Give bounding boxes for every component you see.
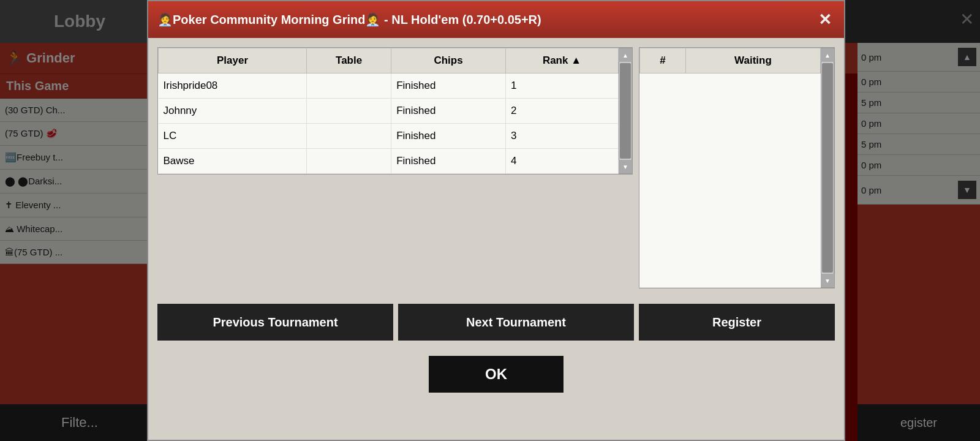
col-table: Table [307,48,391,74]
player-rank-2: 3 [505,124,618,149]
dialog-close-button[interactable]: ✕ [815,10,835,29]
scroll-down-btn[interactable]: ▼ [619,160,632,173]
player-chips-0: Finished [391,74,506,99]
player-chips-3: Finished [391,149,506,174]
previous-tournament-button[interactable]: Previous Tournament [157,304,393,341]
waiting-col-hash: # [640,48,686,74]
player-row-1: Johnny Finished 2 [159,99,619,124]
ok-button[interactable]: OK [429,356,564,393]
player-table: Player Table Chips Rank ▲ Irishpride08 F… [158,48,619,174]
dialog-titlebar: 🧑‍💼Poker Community Morning Grind🧑‍💼 - NL… [148,1,844,38]
col-rank: Rank ▲ [505,48,618,74]
player-row-0: Irishpride08 Finished 1 [159,74,619,99]
dialog-title: 🧑‍💼Poker Community Morning Grind🧑‍💼 - NL… [157,12,815,27]
scroll-up-btn[interactable]: ▲ [619,48,632,62]
dialog-content: Player Table Chips Rank ▲ Irishpride08 F… [148,38,844,298]
player-table-area: Player Table Chips Rank ▲ Irishpride08 F… [157,47,633,288]
player-name-3: Bawse [159,149,307,174]
waiting-empty-row [640,74,821,288]
player-row-3: Bawse Finished 4 [159,149,619,174]
player-chips-2: Finished [391,124,506,149]
player-table-3 [307,149,391,174]
ok-row: OK [148,347,844,402]
player-rank-0: 1 [505,74,618,99]
scroll-track [620,63,631,159]
waiting-empty-cell [640,74,821,288]
waiting-scroll-track [822,63,833,273]
player-rank-1: 2 [505,99,618,124]
register-tournament-button[interactable]: Register [639,304,835,341]
player-table-scrollbar[interactable]: ▲ ▼ [619,48,632,174]
buttons-row: Previous Tournament Next Tournament Regi… [148,298,844,347]
col-player: Player [159,48,307,74]
player-table-outer: Player Table Chips Rank ▲ Irishpride08 F… [157,47,633,175]
waiting-scroll-down-btn[interactable]: ▼ [821,274,834,287]
tournament-dialog: 🧑‍💼Poker Community Morning Grind🧑‍💼 - NL… [147,0,845,441]
waiting-table-scrollbar[interactable]: ▲ ▼ [821,48,834,288]
waiting-table: # Waiting [639,48,821,288]
waiting-scroll-up-btn[interactable]: ▲ [821,48,834,62]
player-table-1 [307,99,391,124]
player-rank-3: 4 [505,149,618,174]
waiting-table-inner: # Waiting [639,48,821,288]
player-table-0 [307,74,391,99]
next-tournament-button[interactable]: Next Tournament [398,304,634,341]
player-chips-1: Finished [391,99,506,124]
player-row-2: LC Finished 3 [159,124,619,149]
player-table-inner: Player Table Chips Rank ▲ Irishpride08 F… [158,48,619,174]
player-name-1: Johnny [159,99,307,124]
waiting-col-waiting: Waiting [685,48,820,74]
player-table-2 [307,124,391,149]
player-name-2: LC [159,124,307,149]
col-chips: Chips [391,48,506,74]
waiting-table-area: # Waiting ▲ ▼ [639,47,835,288]
waiting-table-outer: # Waiting ▲ ▼ [639,47,835,288]
player-name-0: Irishpride08 [159,74,307,99]
